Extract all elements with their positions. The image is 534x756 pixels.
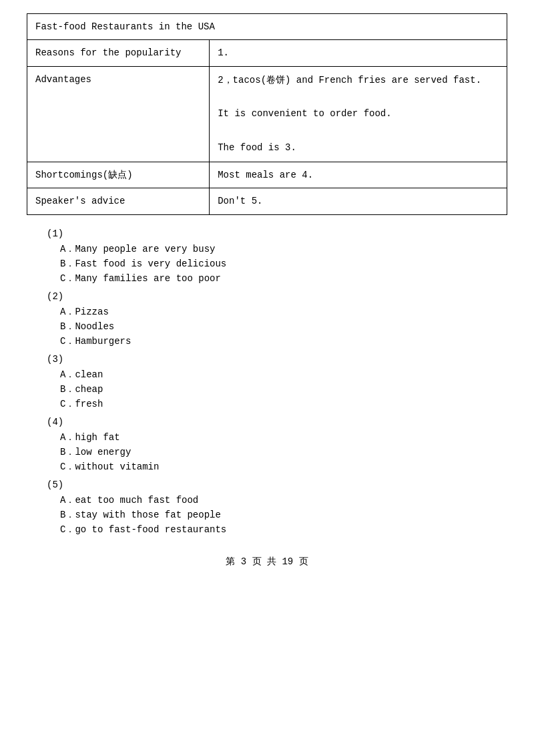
question-group-2: (2) A．Pizzas B．Noodles C．Hamburgers bbox=[33, 291, 507, 347]
questions-section: (1) A．Many people are very busy B．Fast f… bbox=[27, 228, 507, 536]
question-number-5: (5) bbox=[33, 480, 507, 490]
table-row-reasons: Reasons for the popularity 1. bbox=[27, 40, 507, 66]
option-4b: B．low energy bbox=[33, 446, 507, 458]
question-group-3: (3) A．clean B．cheap C．fresh bbox=[33, 354, 507, 410]
question-number-1: (1) bbox=[33, 228, 507, 239]
table-row-shortcomings: Shortcomings(缺点) Most meals are 4. bbox=[27, 162, 507, 188]
option-4c: C．without vitamin bbox=[33, 461, 507, 473]
advantages-line-2: It is convenient to order food. bbox=[218, 108, 391, 119]
shortcomings-label: Shortcomings(缺点) bbox=[27, 162, 210, 188]
advantages-line-3: The food is 3. bbox=[218, 142, 296, 153]
table-row-advantages: Advantages 2，tacos(卷饼) and French fries … bbox=[27, 66, 507, 162]
reasons-label: Reasons for the popularity bbox=[27, 40, 210, 66]
question-number-2: (2) bbox=[33, 291, 507, 302]
table-row-advice: Speaker's advice Don't 5. bbox=[27, 188, 507, 214]
table-title-row: Fast-food Restaurants in the USA bbox=[27, 14, 507, 40]
option-1b: B．Fast food is very delicious bbox=[33, 258, 507, 270]
table-title-cell: Fast-food Restaurants in the USA bbox=[27, 14, 507, 40]
option-1c: C．Many families are too poor bbox=[33, 272, 507, 285]
option-5c: C．go to fast-food restaurants bbox=[33, 524, 507, 536]
option-5b: B．stay with those fat people bbox=[33, 509, 507, 521]
advantages-label: Advantages bbox=[27, 66, 210, 162]
question-group-1: (1) A．Many people are very busy B．Fast f… bbox=[33, 228, 507, 285]
page-number: 第 3 页 共 19 页 bbox=[226, 556, 308, 567]
option-2b: B．Noodles bbox=[33, 321, 507, 333]
option-3c: C．fresh bbox=[33, 398, 507, 410]
question-number-4: (4) bbox=[33, 417, 507, 427]
question-group-5: (5) A．eat too much fast food B．stay with… bbox=[33, 480, 507, 536]
option-5a: A．eat too much fast food bbox=[33, 494, 507, 506]
option-2a: A．Pizzas bbox=[33, 306, 507, 318]
fast-food-table: Fast-food Restaurants in the USA Reasons… bbox=[27, 13, 507, 215]
option-3b: B．cheap bbox=[33, 383, 507, 395]
option-4a: A．high fat bbox=[33, 431, 507, 443]
page-footer: 第 3 页 共 19 页 bbox=[27, 556, 507, 568]
option-2c: C．Hamburgers bbox=[33, 335, 507, 347]
option-3a: A．clean bbox=[33, 369, 507, 381]
advantages-line-1: 2，tacos(卷饼) and French fries are served … bbox=[218, 75, 481, 85]
advice-value: Don't 5. bbox=[210, 188, 507, 214]
option-1a: A．Many people are very busy bbox=[33, 243, 507, 255]
advantages-value: 2，tacos(卷饼) and French fries are served … bbox=[210, 66, 507, 162]
question-group-4: (4) A．high fat B．low energy C．without vi… bbox=[33, 417, 507, 473]
main-table-container: Fast-food Restaurants in the USA Reasons… bbox=[27, 13, 507, 215]
question-number-3: (3) bbox=[33, 354, 507, 365]
shortcomings-value: Most meals are 4. bbox=[210, 162, 507, 188]
advice-label: Speaker's advice bbox=[27, 188, 210, 214]
reasons-value: 1. bbox=[210, 40, 507, 66]
